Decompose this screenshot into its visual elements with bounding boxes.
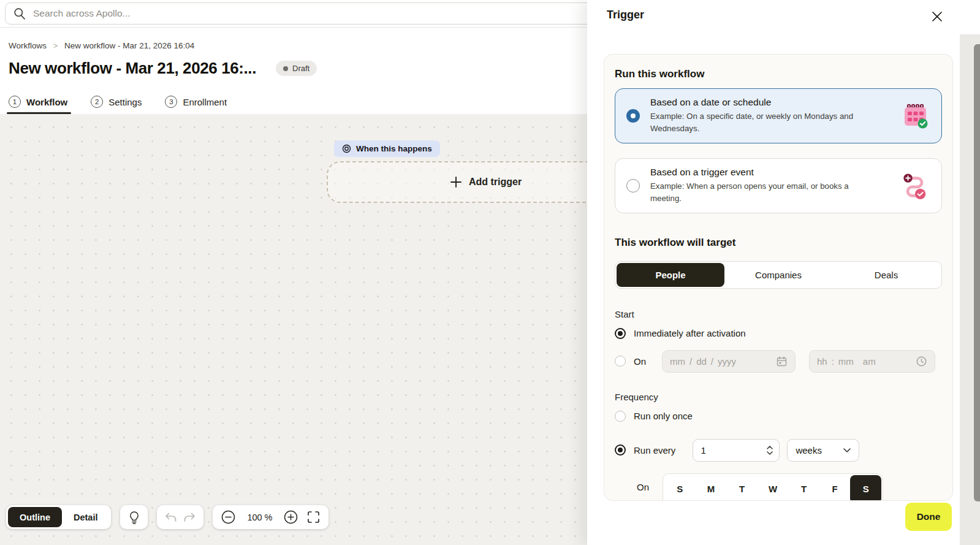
undo-button[interactable] [161,505,180,529]
start-time-input[interactable]: hh : mm am [809,350,935,373]
start-on-radio[interactable] [615,356,626,367]
close-icon [931,10,943,23]
date-yyyy: yyyy [718,356,736,367]
option-trigger-event[interactable]: Based on a trigger event Example: When a… [615,158,942,213]
done-button[interactable]: Done [905,503,952,531]
tab-settings[interactable]: 2 Settings [91,90,142,114]
chevron-down-icon [767,451,773,455]
tab-enrollment-number: 3 [165,96,177,108]
run-section-heading: Run this workflow [615,68,942,80]
start-on-label: On [634,356,648,367]
day-wednesday[interactable]: W [758,475,789,501]
interval-value: 1 [701,445,705,455]
date-picker-icon[interactable] [776,356,788,367]
scrollbar-thumb[interactable] [974,44,980,501]
target-companies-button[interactable]: Companies [724,263,832,287]
time-hh: hh [817,356,827,367]
app-window: Workflows > New workflow - Mar 21, 2026 … [0,0,980,545]
tab-workflow[interactable]: 1 Workflow [9,90,67,114]
date-dd: dd [696,356,707,367]
date-sep: / [711,356,713,367]
when-this-happens-pill: When this happens [334,140,440,157]
option-description: Example: On a specific date, or weekly o… [650,110,878,135]
panel-title: Trigger [607,9,644,21]
target-people-button[interactable]: People [617,263,724,287]
fullscreen-button[interactable] [307,511,320,524]
day-thursday[interactable]: T [788,475,819,501]
undo-icon [164,513,177,522]
tab-workflow-label: Workflow [26,97,67,107]
target-segmented-control: People Companies Deals [615,261,942,289]
time-sep: : [832,356,834,367]
add-trigger-label: Add trigger [469,177,522,188]
run-every-row: Run every 1 weeks [615,439,942,462]
chevron-down-icon [843,448,851,452]
add-trigger-button[interactable]: Add trigger [327,161,587,203]
history-controls [157,505,203,529]
time-mm: mm [838,356,854,367]
when-pill-label: When this happens [356,144,432,153]
tips-button[interactable] [120,505,148,529]
redo-button[interactable] [180,505,199,529]
target-icon [342,144,351,153]
start-date-input[interactable]: mm / dd / yyyy [662,350,796,373]
zoom-in-button[interactable] [284,510,298,524]
plus-icon [450,177,462,188]
outline-button[interactable]: Outline [8,507,62,527]
day-picker: S M T W T F S [663,473,883,501]
day-tuesday[interactable]: T [726,475,758,501]
days-on-label: On [637,482,649,492]
target-deals-button[interactable]: Deals [832,263,940,287]
day-monday[interactable]: M [696,475,727,501]
immediately-label: Immediately after activation [634,328,746,338]
detail-button[interactable]: Detail [62,507,110,527]
fullscreen-icon [307,511,320,524]
breadcrumb-separator: > [53,42,58,50]
days-of-week-row: On S M T W T F S [615,473,942,501]
main-region: Workflows > New workflow - Mar 21, 2026 … [0,0,587,545]
tab-settings-number: 2 [91,96,103,108]
trigger-event-radio[interactable] [626,179,640,192]
start-section-heading: Start [615,309,942,319]
tab-workflow-number: 1 [9,96,21,108]
time-picker-icon[interactable] [916,356,927,367]
run-once-row[interactable]: Run only once [615,411,942,422]
search-input[interactable] [33,8,587,19]
trigger-form-card: Run this workflow Based on a date or sch… [604,54,953,501]
interval-unit-value: weeks [796,445,822,455]
interval-stepper[interactable]: 1 [693,439,780,462]
scrollbar-track[interactable] [960,34,980,545]
day-sunday[interactable]: S [664,475,696,501]
zoom-level: 100 % [245,513,275,522]
stepper-arrows[interactable] [767,446,773,455]
global-search[interactable] [5,2,587,25]
workflow-canvas[interactable]: When this happens Add trigger Outline De… [0,114,587,545]
redo-icon [183,513,196,522]
tab-enrollment[interactable]: 3 Enrollment [165,90,227,114]
zoom-out-button[interactable] [221,510,235,524]
chevron-up-icon [767,446,773,449]
close-panel-button[interactable] [930,9,944,24]
run-every-radio[interactable] [615,444,626,455]
run-once-radio[interactable] [615,411,626,422]
date-sep: / [689,356,692,367]
option-date-schedule[interactable]: Based on a date or schedule Example: On … [615,88,942,143]
date-schedule-radio[interactable] [626,109,640,123]
tab-enrollment-label: Enrollment [183,97,227,107]
page-header: Workflows > New workflow - Mar 21, 2026 … [0,28,587,114]
status-dot [283,66,288,71]
day-saturday[interactable]: S [850,475,881,501]
status-label: Draft [292,64,310,73]
lightbulb-icon [128,511,140,524]
day-friday[interactable]: F [819,475,851,501]
start-immediately-row[interactable]: Immediately after activation [615,328,942,339]
canvas-toolbar: Outline Detail [6,505,329,529]
calendar-icon [902,102,929,129]
immediately-radio[interactable] [615,328,626,339]
breadcrumb-workflows[interactable]: Workflows [9,41,47,50]
breadcrumb-current[interactable]: New workflow - Mar 21, 2026 16:04 [64,41,194,50]
interval-unit-select[interactable]: weeks [787,439,859,462]
page-tabs: 1 Workflow 2 Settings 3 Enrollment [9,90,227,114]
option-description: Example: When a person opens your email,… [650,180,878,205]
start-on-row: On mm / dd / yyyy [615,350,942,373]
